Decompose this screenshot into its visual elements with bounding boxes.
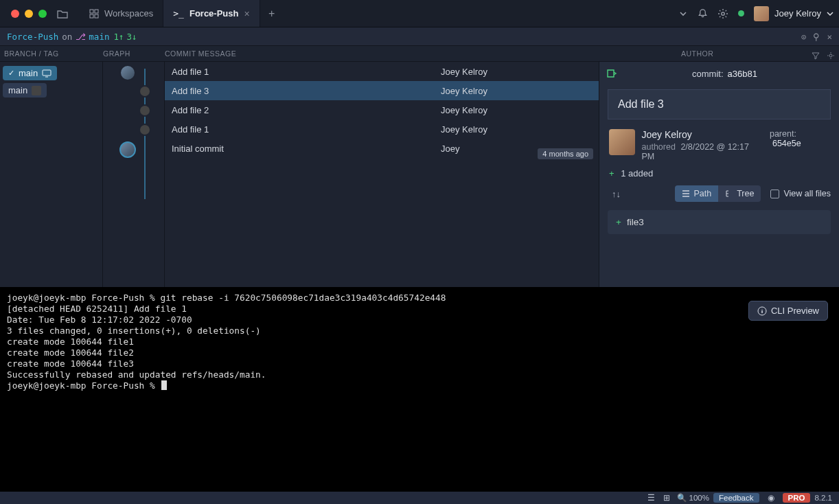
commit-message: Add file 3 — [172, 86, 441, 96]
graph-node[interactable] — [139, 124, 151, 136]
caret-down-icon — [827, 10, 834, 17]
maximize-window[interactable] — [38, 10, 47, 18]
commit-action-icon[interactable] — [606, 69, 617, 78]
graph-node[interactable] — [119, 65, 136, 81]
terminal-line: joeyk@joeyk-mbp Force-Push % git rebase … — [7, 293, 832, 303]
remote-branch-chip[interactable]: main — [3, 83, 47, 98]
svg-rect-1 — [95, 10, 98, 13]
chevron-down-icon[interactable] — [678, 9, 688, 19]
ahead-count: 1↑ — [113, 32, 124, 42]
repo-name: Force-Push — [7, 32, 58, 42]
view-all-files-toggle[interactable]: View all files — [770, 189, 831, 198]
close-tab-icon[interactable]: × — [244, 8, 249, 19]
main-area: ✓ main main Add file 1Joey KelroyAdd fil… — [0, 62, 839, 288]
parent-sha: 654e5e — [772, 139, 801, 148]
commit-label: commit: — [692, 69, 724, 79]
sync-icon[interactable]: ◉ — [768, 493, 774, 503]
workspaces-label: Workspaces — [104, 8, 153, 19]
svg-rect-2 — [90, 14, 93, 18]
terminal-line: create mode 100644 file2 — [7, 347, 832, 358]
graph-node[interactable] — [139, 104, 151, 117]
graph-node[interactable] — [119, 141, 136, 158]
terminal-line: joeyk@joeyk-mbp Force-Push % — [7, 380, 832, 391]
commit-row[interactable]: Add file 3Joey Kelroy — [165, 81, 599, 100]
new-tab-button[interactable]: + — [260, 8, 284, 20]
changes-summary: + 1 added — [599, 161, 839, 181]
tree-view-button[interactable]: Tree — [718, 185, 761, 202]
cli-preview-button[interactable]: CLI Preview — [748, 301, 828, 321]
close-panel-icon[interactable]: × — [827, 32, 832, 42]
bell-icon[interactable] — [698, 8, 708, 19]
author-name: Joey Kelroy — [642, 129, 763, 140]
remote-avatar-icon — [32, 86, 41, 95]
graph-column — [103, 62, 165, 288]
behind-count: 3↓ — [127, 32, 137, 42]
checkbox-icon — [770, 190, 779, 198]
user-menu[interactable]: Joey Kelroy — [754, 6, 834, 21]
commit-row[interactable]: Add file 1Joey Kelroy — [165, 62, 599, 81]
commit-row[interactable]: Add file 1Joey Kelroy — [165, 119, 599, 139]
local-branch-chip[interactable]: ✓ main — [3, 66, 57, 80]
commit-sha: a36b81 — [728, 69, 757, 79]
list-icon[interactable]: ☰ — [647, 493, 655, 503]
terminal-line: create mode 100644 file3 — [7, 358, 832, 369]
terminal-line: Date: Tue Feb 8 12:17:02 2022 -0700 — [7, 314, 832, 325]
terminal-line: [detached HEAD 6252411] Add file 1 — [7, 303, 832, 314]
info-icon — [757, 306, 767, 316]
pin-icon[interactable]: ⚲ — [813, 32, 820, 42]
sort-icon[interactable]: ↑↓ — [608, 189, 625, 199]
user-name: Joey Kelroy — [774, 8, 821, 19]
commit-author: Joey Kelroy — [441, 86, 599, 96]
commit-row[interactable]: Initial commitJoey — [165, 139, 599, 158]
avatar — [754, 6, 769, 21]
view-toggle: Path Tree — [675, 185, 761, 202]
commit-author: Joey Kelroy — [441, 105, 599, 115]
terminal-cursor — [161, 380, 167, 390]
graph-node[interactable] — [139, 85, 151, 98]
pro-badge: PRO — [783, 493, 811, 503]
commit-title: Add file 3 — [608, 89, 831, 119]
plus-icon: + — [609, 168, 614, 179]
terminal-icon: >_ — [173, 8, 184, 19]
svg-rect-0 — [90, 10, 93, 13]
repo-tab[interactable]: >_ Force-Push × — [163, 0, 260, 27]
tree-icon — [725, 190, 733, 198]
file-name: file3 — [627, 217, 644, 227]
col-branch: BRANCH / TAG — [0, 49, 103, 58]
window-controls — [5, 10, 52, 18]
commit-list: Add file 1Joey KelroyAdd file 3Joey Kelr… — [165, 62, 599, 288]
path-view-button[interactable]: Path — [675, 185, 718, 202]
list-icon — [682, 190, 690, 197]
changed-file-row[interactable]: + file3 — [608, 210, 831, 234]
remote-branch-name: main — [8, 85, 27, 95]
commit-row[interactable]: Add file 2Joey Kelroy — [165, 100, 599, 119]
relative-time-badge: 4 months ago — [538, 148, 593, 159]
workspaces-tab[interactable]: Workspaces — [80, 0, 163, 27]
columns-settings-icon[interactable] — [827, 51, 835, 60]
terminal-line: 3 files changed, 0 insertions(+), 0 dele… — [7, 325, 832, 336]
local-branch-name: main — [19, 68, 38, 78]
terminal-line: create mode 100644 file1 — [7, 336, 832, 347]
commit-author: Joey Kelroy — [441, 67, 599, 77]
filter-icon[interactable] — [812, 51, 820, 60]
terminal-panel[interactable]: joeyk@joeyk-mbp Force-Push % git rebase … — [0, 287, 839, 492]
col-message: COMMIT MESSAGE — [165, 49, 681, 58]
open-folder-icon[interactable] — [52, 3, 73, 24]
commit-nav-icon[interactable]: ⊙ — [801, 32, 807, 42]
feedback-button[interactable]: Feedback — [713, 493, 759, 503]
titlebar-right: Joey Kelroy — [678, 6, 834, 21]
commit-message: Add file 1 — [172, 124, 441, 135]
minimize-window[interactable] — [25, 10, 33, 18]
parent-label: parent: — [770, 129, 796, 139]
gear-icon[interactable] — [717, 8, 728, 19]
checkmark-icon: ✓ — [8, 69, 14, 78]
gift-icon[interactable]: ⊞ — [663, 493, 670, 503]
on-label: on — [62, 32, 72, 42]
titlebar: Workspaces >_ Force-Push × + Joey Kelroy — [0, 0, 839, 27]
file-filter-row: ↑↓ Path Tree View all files — [599, 181, 839, 206]
zoom-icon[interactable]: 🔍 — [677, 493, 687, 503]
close-window[interactable] — [11, 10, 19, 18]
commit-detail-panel: commit: a36b81 Add file 3 Joey Kelroy au… — [599, 62, 839, 288]
workspaces-icon — [89, 9, 99, 19]
version-label: 8.2.1 — [814, 494, 832, 502]
